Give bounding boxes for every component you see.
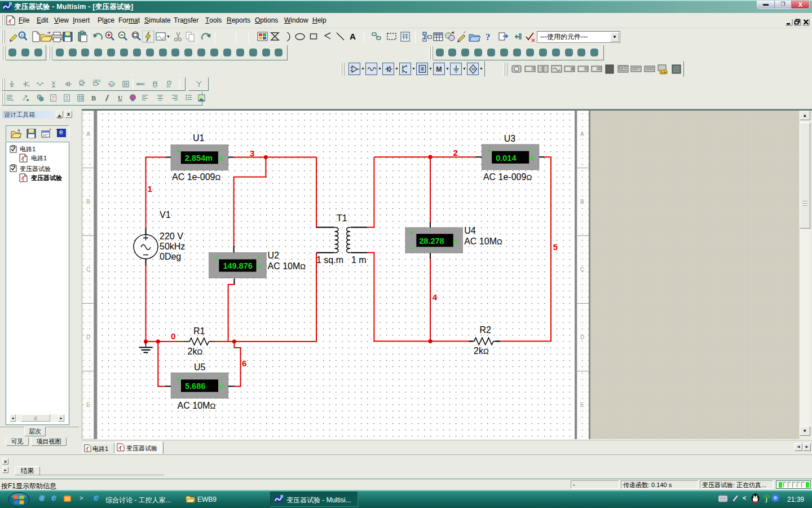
- svg-text:0: 0: [171, 331, 175, 341]
- svg-text:−: −: [218, 146, 222, 154]
- svg-text:M: M: [471, 67, 475, 72]
- svg-text:−: −: [409, 244, 413, 252]
- svg-text:+: +: [176, 147, 180, 155]
- svg-text:6: 6: [242, 358, 246, 368]
- svg-text:D: D: [580, 334, 584, 340]
- svg-text:1 m: 1 m: [351, 255, 367, 265]
- svg-text:2kΩ: 2kΩ: [188, 347, 203, 356]
- svg-text:E: E: [580, 402, 584, 408]
- svg-text:M: M: [436, 65, 442, 73]
- svg-text:M: M: [111, 83, 113, 86]
- svg-text:AC 10MΩ: AC 10MΩ: [178, 401, 216, 410]
- svg-text:A: A: [350, 32, 356, 41]
- svg-text:TTL: TTL: [80, 80, 85, 82]
- svg-text:149.876: 149.876: [223, 261, 252, 270]
- svg-text:+: +: [409, 229, 413, 237]
- svg-text:5.686: 5.686: [185, 382, 205, 391]
- svg-text:28.278: 28.278: [419, 237, 444, 246]
- svg-text:U3: U3: [504, 134, 516, 143]
- svg-text:B: B: [91, 94, 96, 102]
- svg-text:AC 1e-009Ω: AC 1e-009Ω: [483, 172, 532, 182]
- svg-text:AC 10MΩ: AC 10MΩ: [464, 237, 502, 246]
- svg-text:−: −: [257, 253, 261, 261]
- svg-text:10: 10: [20, 33, 25, 37]
- svg-text:U2: U2: [268, 251, 280, 260]
- svg-text:CMOS: CMOS: [93, 80, 101, 82]
- svg-text:A: A: [529, 155, 534, 161]
- svg-text:AC 1e-009Ω: AC 1e-009Ω: [172, 172, 221, 182]
- svg-text:R1: R1: [193, 326, 205, 336]
- svg-text:3: 3: [250, 148, 254, 158]
- svg-text:50kHz: 50kHz: [160, 242, 185, 251]
- svg-text:R2: R2: [480, 325, 492, 335]
- svg-text:220 V: 220 V: [160, 231, 183, 241]
- svg-text:−: −: [529, 145, 533, 153]
- svg-text:A: A: [86, 131, 90, 137]
- svg-text:−: −: [218, 374, 222, 382]
- svg-text:0V: 0V: [166, 85, 170, 88]
- svg-text:T1: T1: [337, 213, 347, 223]
- svg-text:0Deg: 0Deg: [160, 252, 181, 261]
- svg-text:+: +: [214, 255, 218, 263]
- svg-text:U: U: [118, 94, 122, 101]
- svg-text:1: 1: [148, 184, 152, 194]
- svg-text:V: V: [219, 383, 223, 390]
- svg-text:A: A: [580, 131, 584, 137]
- svg-text:E: E: [86, 402, 90, 408]
- svg-text:2: 2: [453, 148, 457, 157]
- svg-text:C: C: [580, 266, 584, 273]
- svg-text:?: ?: [486, 32, 491, 42]
- svg-text:U4: U4: [464, 226, 476, 235]
- svg-text:A: A: [219, 155, 223, 162]
- svg-text:1 sq.m: 1 sq.m: [316, 255, 343, 265]
- svg-text:2kΩ: 2kΩ: [474, 346, 489, 356]
- svg-text:5: 5: [553, 242, 558, 252]
- svg-text:V1: V1: [160, 210, 171, 220]
- svg-text:V: V: [454, 238, 458, 244]
- svg-text:1.4v: 1.4v: [661, 71, 667, 74]
- svg-text:4: 4: [433, 292, 438, 302]
- svg-text:dJ: dJ: [153, 85, 157, 88]
- svg-text:MISC: MISC: [136, 82, 145, 86]
- svg-text:A: A: [131, 98, 134, 102]
- svg-text:2.854m: 2.854m: [185, 154, 213, 163]
- svg-text:+: +: [176, 375, 180, 383]
- svg-text:C: C: [86, 266, 90, 273]
- svg-text:B: B: [580, 199, 584, 205]
- svg-text:0.014: 0.014: [496, 154, 516, 163]
- svg-text:+: +: [487, 147, 491, 155]
- svg-text:AC 10MΩ: AC 10MΩ: [268, 261, 306, 271]
- svg-text:U5: U5: [194, 362, 206, 372]
- svg-text:D: D: [86, 334, 90, 340]
- svg-text:B: B: [86, 199, 90, 205]
- svg-text:U1: U1: [193, 133, 205, 143]
- svg-text:V: V: [257, 263, 262, 270]
